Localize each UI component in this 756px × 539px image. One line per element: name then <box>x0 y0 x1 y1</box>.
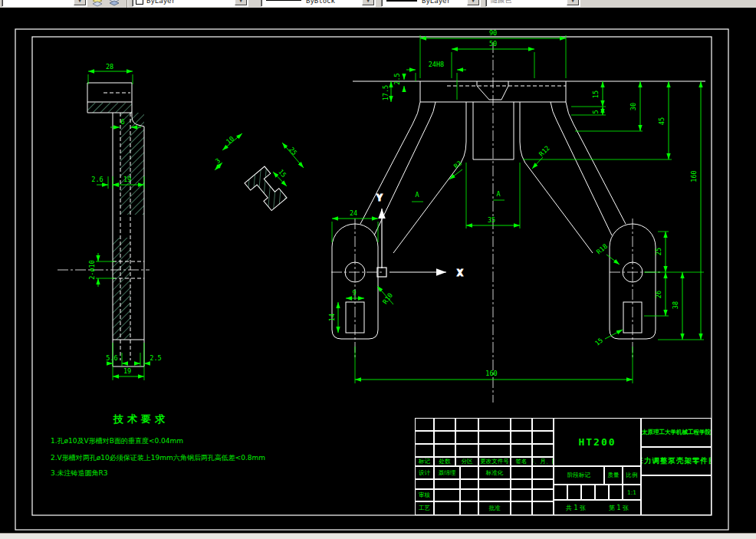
tech-requirement-1: 1.孔ø10及V形槽对B面的垂直度<0.04mm <box>51 436 183 446</box>
layers-stack-icon <box>108 0 120 7</box>
lineweight-value: ByLayer <box>422 0 451 5</box>
chevron-down-icon[interactable]: ▼ <box>467 0 479 5</box>
tech-requirement-3: 3.未注铸造圆角R3 <box>51 468 108 478</box>
dim-label: 24H8 <box>429 61 444 68</box>
sheet-total: 共 1 张 <box>566 504 586 512</box>
header-mark: 标记 <box>415 457 434 466</box>
drawing-canvas[interactable]: X Y <box>0 8 756 533</box>
lineweight-sample-icon <box>386 0 417 2</box>
dim-label: 10 <box>225 135 235 146</box>
layers-icon <box>91 0 104 7</box>
ucs-icon: X Y <box>376 192 463 278</box>
designer-name: 聂绵理 <box>434 466 460 479</box>
tech-requirements-title: 技术要求 <box>113 412 169 426</box>
header-count: 处数 <box>434 457 455 466</box>
dim-label: 2-ø10 <box>88 260 96 280</box>
scale-value: 1:1 <box>623 485 641 500</box>
plot-style-dropdown[interactable]: 随颜色 ▼ <box>485 0 580 7</box>
dim-label: R18 <box>595 242 609 256</box>
chevron-down-icon[interactable]: ▼ <box>235 0 247 5</box>
header-change-doc: 更改文件号 <box>478 457 511 466</box>
dim-label: 50 <box>489 40 497 48</box>
plot-style-value: 随颜色 <box>491 0 511 5</box>
layer-dropdown[interactable]: ▼ <box>2 0 87 7</box>
color-control-dropdown[interactable]: ByLayer ▼ <box>132 0 248 7</box>
linetype-control-dropdown[interactable]: ByBlock ▼ <box>261 0 376 7</box>
dim-label: 3 <box>214 156 222 165</box>
toolbar-separator <box>127 0 128 8</box>
dim-label: 28 <box>106 63 113 71</box>
ucs-x-label: X <box>457 267 463 278</box>
header-zone: 分区 <box>455 457 478 466</box>
weight-label: 质量 <box>604 466 623 485</box>
dim-label: A <box>415 191 419 199</box>
dim-label: 25 <box>655 248 662 255</box>
dim-label: 2.5 <box>150 354 161 362</box>
dim-label: 90 <box>489 29 497 37</box>
dim-label: 26 <box>655 291 662 298</box>
cad-application-window: ▼ ByLayer ▼ ByBlock ▼ ByLayer <box>0 0 756 539</box>
color-value: ByLayer <box>146 0 176 5</box>
dim-label: 2.6 <box>91 176 103 183</box>
ucs-y-label: Y <box>376 192 383 203</box>
tech-requirement-2: 2.V形槽对两孔ø10必须保证装上19mm六角钢后两孔高低差<0.8mm <box>51 453 265 463</box>
dim-label: 6 <box>120 118 124 126</box>
dim-label: 45 <box>658 117 666 125</box>
scale-label: 比例 <box>623 466 641 485</box>
dim-label: 19 <box>123 367 131 375</box>
dim-label: 25 <box>288 146 298 156</box>
dim-label: 24 <box>350 209 357 217</box>
dim-label: 15 <box>592 90 600 98</box>
dim-label: 160 <box>485 370 497 377</box>
dim-label: 9 <box>352 289 356 297</box>
dim-label: A <box>496 190 500 198</box>
header-date: 年、月、日 <box>532 457 554 466</box>
dim-label: 5.6 <box>106 354 117 362</box>
standardization-label: 标准化 <box>478 466 511 479</box>
check-label: 审核 <box>415 489 434 501</box>
approve-label: 批准 <box>478 501 511 515</box>
taskbar-edge <box>0 533 756 539</box>
dim-label: 160 <box>690 170 698 182</box>
dim-label: 19 <box>123 176 131 183</box>
dim-label: 38 <box>672 301 679 309</box>
organization-name: 太原理工大学机械工程学院 <box>641 418 712 447</box>
dim-label: 2.5 <box>393 73 401 84</box>
linetype-value: ByBlock <box>306 0 335 5</box>
dim-label: 14 <box>328 314 336 321</box>
linetype-sample-icon <box>266 0 301 1</box>
make-layer-current-button[interactable] <box>90 0 105 7</box>
material-designation: HT200 <box>554 418 641 466</box>
header-signature: 签名 <box>511 457 532 466</box>
dim-label: 17.5 <box>382 85 390 100</box>
dim-label: 30 <box>629 103 637 110</box>
dim-label: 5 <box>592 110 600 113</box>
design-label: 设计 <box>415 466 434 479</box>
dimension-extension-lines <box>88 35 704 383</box>
part-name: 张力调整泵壳架零件图 <box>641 447 712 475</box>
sheet-info: 共 1 张 第 1 张 <box>554 500 641 515</box>
dimension-lines <box>88 38 701 380</box>
sheet-number: 第 1 张 <box>609 504 629 512</box>
left-section-view <box>58 83 150 366</box>
lineweight-control-dropdown[interactable]: ByLayer ▼ <box>381 0 481 7</box>
chevron-down-icon: ▼ <box>567 0 579 5</box>
chevron-down-icon[interactable]: ▼ <box>74 0 86 5</box>
properties-toolbar: ▼ ByLayer ▼ ByBlock ▼ ByLayer <box>0 0 756 8</box>
chevron-down-icon[interactable]: ▼ <box>362 0 374 5</box>
dim-label: 15 <box>593 337 604 347</box>
process-label: 工艺 <box>415 501 434 515</box>
dim-label: R12 <box>537 144 551 158</box>
dim-label: 35 <box>488 216 495 224</box>
stage-mark-label: 阶段标记 <box>554 466 604 485</box>
layer-previous-button[interactable] <box>107 0 122 7</box>
color-swatch <box>136 0 143 5</box>
